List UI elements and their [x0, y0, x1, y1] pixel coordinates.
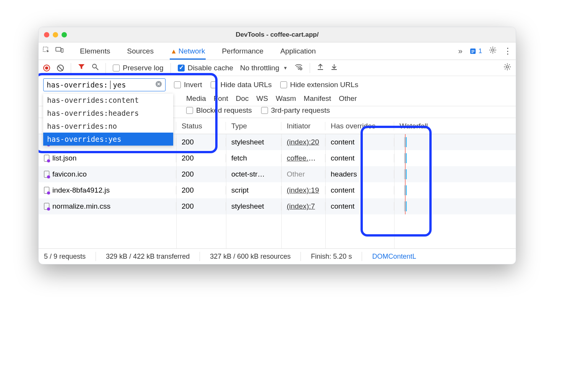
search-icon[interactable]: [92, 63, 99, 72]
divider: [171, 63, 171, 73]
status-bar: 5 / 9 requests 329 kB / 422 kB transferr…: [39, 249, 516, 264]
table-row[interactable]: normalize.min.css200stylesheet(index):7c…: [39, 198, 516, 214]
clear-filter-icon[interactable]: [155, 81, 162, 89]
cell-name: normalize.min.css: [39, 202, 176, 211]
cell-name: index-8bfa4912.js: [39, 186, 176, 194]
tab-performance[interactable]: Performance: [221, 43, 264, 59]
blocked-requests-label: Blocked requests: [196, 106, 252, 115]
tab-network[interactable]: ▲Network: [170, 43, 206, 59]
filter-toggle-icon[interactable]: [78, 63, 85, 72]
settings-icon[interactable]: [489, 46, 497, 56]
file-override-icon: [44, 171, 49, 178]
filter-suffix: yes: [113, 81, 153, 89]
svg-line-9: [96, 68, 98, 70]
col-status[interactable]: Status: [176, 122, 226, 130]
preserve-log-checkbox[interactable]: Preserve log: [113, 64, 164, 72]
network-settings-icon[interactable]: [504, 63, 511, 73]
table-row[interactable]: favicon.ico200octet-str…Otherheaders: [39, 166, 516, 182]
col-overrides[interactable]: Has overrides: [325, 122, 394, 130]
tab-elements[interactable]: Elements: [79, 43, 111, 59]
svg-rect-2: [61, 49, 63, 52]
status-resources: 327 kB / 600 kB resources: [210, 253, 291, 261]
third-party-checkbox[interactable]: 3rd-party requests: [261, 106, 330, 115]
table-row[interactable]: index-8bfa4912.js200script(index):19cont…: [39, 182, 516, 198]
col-initiator[interactable]: Initiator: [281, 122, 325, 130]
cell-initiator[interactable]: (index):19: [281, 186, 325, 194]
cell-initiator[interactable]: coffee.a…: [281, 154, 325, 162]
more-tabs-icon[interactable]: »: [458, 47, 462, 55]
cell-overrides: headers: [325, 170, 394, 178]
cell-initiator[interactable]: Other: [281, 170, 325, 178]
cell-initiator[interactable]: (index):7: [281, 202, 325, 211]
cell-overrides: content: [325, 154, 394, 162]
cell-overrides: content: [325, 138, 394, 146]
cell-waterfall: [394, 182, 516, 198]
divider: [362, 252, 362, 261]
file-override-icon: [44, 155, 49, 162]
devtools-window: DevTools - coffee-cart.app/ Elements Sou…: [38, 27, 516, 264]
checkbox-icon: [261, 107, 268, 114]
type-filter-other[interactable]: Other: [339, 94, 357, 103]
type-filter-ws[interactable]: WS: [257, 94, 268, 103]
cell-type: fetch: [226, 154, 281, 162]
autocomplete-item[interactable]: has-overrides:headers: [43, 107, 173, 120]
blocked-requests-checkbox[interactable]: Blocked requests: [186, 106, 252, 115]
cell-type: script: [226, 186, 281, 194]
divider: [300, 252, 301, 261]
record-button[interactable]: [43, 65, 50, 71]
kebab-menu-icon[interactable]: ⋮: [504, 46, 512, 56]
tab-sources[interactable]: Sources: [126, 43, 154, 59]
download-har-icon[interactable]: [331, 63, 338, 73]
hide-data-label: Hide data URLs: [221, 81, 272, 89]
clear-button[interactable]: [57, 65, 64, 71]
inspect-element-icon[interactable]: [42, 46, 50, 56]
window-title: DevTools - coffee-cart.app/: [39, 31, 516, 39]
tab-application[interactable]: Application: [279, 43, 317, 59]
disable-cache-label: Disable cache: [188, 64, 233, 72]
cell-type: stylesheet: [226, 202, 281, 211]
table-row[interactable]: list.json200fetchcoffee.a…content: [39, 150, 516, 166]
third-party-label: 3rd-party requests: [271, 106, 330, 115]
warning-icon: ▲: [171, 48, 177, 55]
cell-waterfall: [394, 166, 516, 182]
type-filter-wasm[interactable]: Wasm: [276, 94, 296, 103]
status-transferred: 329 kB / 422 kB transferred: [106, 253, 190, 261]
titlebar: DevTools - coffee-cart.app/: [39, 27, 516, 42]
network-table-body: index-b859522e.css200stylesheet(index):2…: [39, 134, 516, 249]
disable-cache-checkbox[interactable]: Disable cache: [178, 64, 233, 72]
cell-type: stylesheet: [226, 138, 281, 146]
filter-input[interactable]: has-overrides:yes: [43, 78, 166, 91]
status-finish: Finish: 5.20 s: [311, 253, 352, 261]
invert-checkbox[interactable]: Invert: [174, 81, 202, 89]
status-dcl: DOMContentL: [372, 253, 416, 261]
svg-rect-5: [471, 51, 474, 52]
filter-wrap: has-overrides:yes has-overrides:contenth…: [43, 78, 166, 91]
type-filter-doc[interactable]: Doc: [236, 94, 249, 103]
checkbox-icon: [178, 65, 185, 71]
divider: [106, 63, 106, 73]
type-filter-manifest[interactable]: Manifest: [304, 94, 331, 103]
autocomplete-item[interactable]: has-overrides:content: [43, 94, 173, 107]
network-conditions-icon[interactable]: [294, 63, 303, 72]
cell-status: 200: [176, 186, 226, 194]
autocomplete-item[interactable]: has-overrides:no: [43, 120, 173, 133]
hide-extension-urls-checkbox[interactable]: Hide extension URLs: [280, 81, 358, 89]
checkbox-icon: [186, 107, 193, 114]
divider: [200, 252, 200, 261]
checkbox-icon: [280, 81, 287, 88]
type-filter-media[interactable]: Media: [186, 94, 206, 103]
hide-data-urls-checkbox[interactable]: Hide data URLs: [211, 81, 272, 89]
col-type[interactable]: Type: [226, 122, 281, 130]
type-filter-font[interactable]: Font: [214, 94, 228, 103]
issues-button[interactable]: 1: [469, 47, 482, 55]
throttling-value: No throttling: [240, 64, 279, 72]
cell-initiator[interactable]: (index):20: [281, 138, 325, 146]
device-toolbar-icon[interactable]: [55, 46, 64, 56]
throttling-select[interactable]: No throttling ▼: [240, 64, 288, 72]
upload-har-icon[interactable]: [317, 63, 324, 73]
col-waterfall[interactable]: Waterfall: [394, 122, 516, 130]
autocomplete-item[interactable]: has-overrides:yes: [43, 133, 173, 146]
divider: [71, 63, 71, 73]
resource-type-filters: MediaFontDocWSWasmManifestOther: [186, 94, 357, 103]
invert-label: Invert: [184, 81, 202, 89]
